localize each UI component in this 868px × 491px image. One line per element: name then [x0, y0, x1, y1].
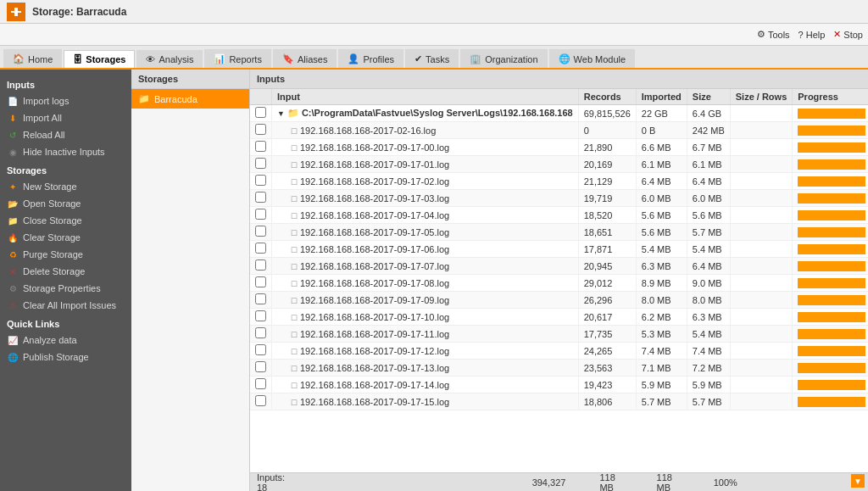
table-row[interactable]: ☐192.168.168.168-2017-09-17-14.log19,423… — [250, 377, 868, 393]
sidebar-item-storage-properties[interactable]: ⚙ Storage Properties — [0, 280, 131, 297]
table-row[interactable]: ☐192.168.168.168-2017-09-17-12.log24,265… — [250, 343, 868, 360]
sidebar-item-hide-inactive[interactable]: ◉ Hide Inactive Inputs — [0, 143, 131, 160]
row-progress — [793, 105, 868, 122]
row-checkbox[interactable] — [255, 293, 266, 304]
row-checkbox[interactable] — [255, 209, 266, 220]
col-records[interactable]: Records — [578, 89, 636, 105]
row-checkbox[interactable] — [255, 158, 266, 169]
row-imported: 6.4 MB — [636, 173, 687, 190]
row-checkbox[interactable] — [255, 124, 266, 135]
row-checkbox[interactable] — [255, 107, 266, 118]
table-row[interactable]: ▼📁C:\ProgramData\Fastvue\Syslog Server\L… — [250, 105, 868, 122]
sidebar-item-publish-storage[interactable]: 🌐 Publish Storage — [0, 349, 131, 365]
row-checkbox[interactable] — [255, 378, 266, 389]
table-row[interactable]: ☐192.168.168.168-2017-09-17-03.log19,719… — [250, 190, 868, 207]
table-row[interactable]: ☐192.168.168.168-2017-09-17-09.log26,296… — [250, 292, 868, 309]
progress-fill — [798, 278, 865, 288]
col-size[interactable]: Size — [687, 89, 730, 105]
progress-fill — [798, 312, 865, 322]
delete-storage-icon: ✕ — [7, 265, 19, 277]
table-row[interactable]: ☐192.168.168.168-2017-09-17-01.log20,169… — [250, 156, 868, 173]
row-checkbox[interactable] — [255, 243, 266, 254]
sidebar-item-analyze-data[interactable]: 📈 Analyze data — [0, 332, 131, 349]
row-checkbox[interactable] — [255, 327, 266, 338]
sidebar-item-new-storage[interactable]: ✦ New Storage — [0, 178, 131, 195]
tab-analysis[interactable]: 👁 Analysis — [136, 50, 203, 68]
row-input: ☐192.168.168.168-2017-09-17-04.log — [272, 207, 579, 224]
row-checkbox[interactable] — [255, 226, 266, 237]
sidebar-item-import-all[interactable]: ⬇ Import All — [0, 109, 131, 126]
table-row[interactable]: ☐192.168.168.168-2017-09-17-11.log17,735… — [250, 326, 868, 343]
table-row[interactable]: ☐192.168.168.168-2017-09-17-08.log29,012… — [250, 275, 868, 292]
row-size-rows — [730, 156, 793, 173]
row-checkbox[interactable] — [255, 361, 266, 372]
row-input: ☐192.168.168.168-2017-09-17-03.log — [272, 190, 579, 207]
row-size-rows — [730, 190, 793, 207]
row-checkbox[interactable] — [255, 259, 266, 271]
inputs-table-container[interactable]: Input Records Imported Size Size / Rows … — [250, 89, 868, 472]
col-imported[interactable]: Imported — [636, 89, 687, 105]
row-checkbox[interactable] — [255, 276, 266, 287]
tab-webmodule[interactable]: 🌐 Web Module — [549, 49, 636, 68]
sidebar-item-open-storage[interactable]: 📂 Open Storage — [0, 195, 131, 212]
tools-button[interactable]: ⚙ Tools — [757, 29, 790, 40]
tab-tasks[interactable]: ✔ Tasks — [405, 49, 459, 68]
row-records: 0 — [578, 122, 636, 139]
row-checkbox[interactable] — [255, 175, 266, 186]
tab-home[interactable]: 🏠 Home — [3, 49, 62, 68]
table-row[interactable]: ☐192.168.168.168-2017-09-17-10.log20,617… — [250, 309, 868, 326]
row-checkbox-cell — [250, 241, 272, 258]
sidebar-item-delete-storage[interactable]: ✕ Delete Storage — [0, 263, 131, 280]
row-input: ☐192.168.168.168-2017-09-17-07.log — [272, 258, 579, 275]
clear-issues-icon: ⚠ — [7, 299, 19, 311]
table-row[interactable]: ☐192.168.168.168-2017-09-17-06.log17,871… — [250, 241, 868, 258]
row-size: 7.2 MB — [687, 360, 730, 377]
inputs-section-title: Inputs — [0, 75, 131, 92]
sidebar-item-import-logs[interactable]: 📄 Import logs — [0, 92, 131, 109]
row-records: 69,815,526 — [578, 105, 636, 122]
row-checkbox[interactable] — [255, 192, 266, 203]
table-row[interactable]: ☐192.168.168.168-2017-02-16.log00 B242 M… — [250, 122, 868, 139]
help-button[interactable]: ? Help — [798, 30, 826, 40]
progress-fill — [798, 346, 865, 356]
table-row[interactable]: ☐192.168.168.168-2017-09-17-04.log18,520… — [250, 207, 868, 224]
row-imported: 5.9 MB — [636, 377, 687, 393]
row-input: ▼📁C:\ProgramData\Fastvue\Syslog Server\L… — [272, 105, 579, 122]
table-row[interactable]: ☐192.168.168.168-2017-09-17-13.log23,563… — [250, 360, 868, 377]
col-progress[interactable]: Progress — [793, 89, 868, 105]
tab-reports[interactable]: 📊 Reports — [204, 49, 271, 68]
row-checkbox[interactable] — [255, 395, 266, 406]
row-size: 8.0 MB — [687, 292, 730, 309]
sidebar-item-close-storage[interactable]: 📁 Close Storage — [0, 212, 131, 229]
row-checkbox[interactable] — [255, 344, 266, 355]
stop-button[interactable]: ✕ Stop — [833, 29, 863, 40]
table-row[interactable]: ☐192.168.168.168-2017-09-17-05.log18,651… — [250, 224, 868, 241]
row-imported: 0 B — [636, 122, 687, 139]
sidebar-item-reload-all[interactable]: ↺ Reload All — [0, 126, 131, 143]
scroll-down-arrow[interactable]: ▼ — [851, 474, 865, 488]
table-row[interactable]: ☐192.168.168.168-2017-09-17-15.log18,806… — [250, 393, 868, 410]
col-input[interactable]: Input — [272, 89, 579, 105]
row-checkbox[interactable] — [255, 141, 266, 152]
tab-organization[interactable]: 🏢 Organization — [460, 49, 547, 68]
row-records: 18,806 — [578, 393, 636, 410]
table-row[interactable]: ☐192.168.168.168-2017-09-17-02.log21,129… — [250, 173, 868, 190]
row-progress — [793, 377, 868, 393]
sidebar-item-clear-storage[interactable]: 🔥 Clear Storage — [0, 229, 131, 246]
tab-profiles[interactable]: 👤 Profiles — [338, 49, 403, 68]
sidebar-item-purge-storage[interactable]: ♻ Purge Storage — [0, 246, 131, 263]
sidebar-item-clear-issues[interactable]: ⚠ Clear All Import Issues — [0, 297, 131, 314]
progress-fill — [798, 227, 865, 237]
storage-item-barracuda[interactable]: 📁 Barracuda — [131, 89, 249, 109]
table-row[interactable]: ☐192.168.168.168-2017-09-17-00.log21,890… — [250, 139, 868, 156]
row-checkbox[interactable] — [255, 310, 266, 321]
tab-aliases[interactable]: 🔖 Aliases — [273, 49, 337, 68]
org-icon: 🏢 — [470, 53, 481, 64]
footer-inputs: Inputs: 18 — [257, 472, 287, 492]
row-checkbox-cell — [250, 207, 272, 224]
table-row[interactable]: ☐192.168.168.168-2017-09-17-07.log20,945… — [250, 258, 868, 275]
row-input: ☐192.168.168.168-2017-02-16.log — [272, 122, 579, 139]
nav-tabs: 🏠 Home 🗄 Storages 👁 Analysis 📊 Reports 🔖… — [0, 46, 868, 70]
col-size-rows[interactable]: Size / Rows — [730, 89, 793, 105]
tab-storages[interactable]: 🗄 Storages — [64, 50, 135, 68]
